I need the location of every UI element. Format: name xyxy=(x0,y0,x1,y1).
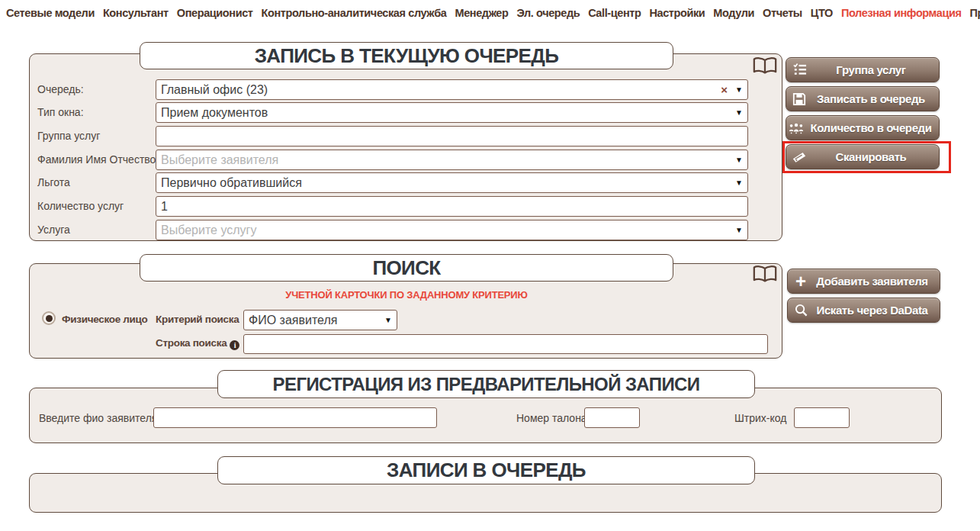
menu-item-link-check[interactable]: Проверка ссылок xyxy=(970,7,980,19)
plus-icon: + xyxy=(788,271,814,292)
record-panel-title: ЗАПИСЬ В ТЕКУЩУЮ ОЧЕРЕДЬ xyxy=(140,42,673,69)
search-string-label: Строка поискаi xyxy=(156,337,239,350)
dadata-search-button[interactable]: Искать через DaData xyxy=(787,298,940,323)
search-criteria-value: ФИО заявителя xyxy=(249,314,380,327)
queue-count-button-label: Количество в очереди xyxy=(806,121,939,134)
scan-button[interactable]: Сканировать xyxy=(786,144,940,169)
prereg-fio-label: Введите фио заявителя xyxy=(39,412,157,424)
privilege-label: Льгота xyxy=(37,176,70,188)
menu-item-call-center[interactable]: Call-центр xyxy=(588,7,641,19)
window-type-select[interactable]: Прием документов ▼ xyxy=(156,102,748,123)
service-count-label: Количество услуг xyxy=(37,200,124,212)
window-type-label: Тип окна: xyxy=(37,106,84,118)
search-help-book-icon[interactable] xyxy=(752,265,778,284)
prereg-fio-input[interactable] xyxy=(153,407,437,428)
service-label: Услуга xyxy=(37,224,70,236)
save-icon xyxy=(786,92,812,106)
barcode-label: Штрих-код xyxy=(734,412,786,424)
service-group-button-label: Группа услуг xyxy=(812,63,939,76)
full-name-placeholder: Выберите заявителя xyxy=(161,153,731,167)
queue-label: Очередь: xyxy=(37,83,84,95)
person-radio-label: Физическое лицо xyxy=(62,314,148,325)
info-icon[interactable]: i xyxy=(230,340,239,350)
people-icon xyxy=(786,122,806,134)
queue-select[interactable]: Главный офис (23) × ▼ xyxy=(156,79,748,100)
service-select[interactable]: Выберите услугу ▼ xyxy=(156,220,748,240)
menu-item-consultant[interactable]: Консультант xyxy=(103,7,169,19)
full-name-label: Фамилия Имя Отчество xyxy=(37,153,156,166)
person-radio[interactable] xyxy=(42,311,56,325)
menu-item-manager[interactable]: Менеджер xyxy=(455,7,508,19)
search-panel-title: ПОИСК xyxy=(140,254,673,282)
queue-count-button[interactable]: Количество в очереди xyxy=(786,115,940,140)
records-panel-title: ЗАПИСИ В ОЧЕРЕДЬ xyxy=(217,456,755,484)
service-count-input[interactable] xyxy=(156,196,748,217)
menu-item-reports[interactable]: Отчеты xyxy=(763,7,802,19)
help-book-icon[interactable] xyxy=(752,56,778,76)
queue-dropdown-icon[interactable]: ▼ xyxy=(735,85,743,94)
search-string-label-text: Строка поиска xyxy=(156,337,227,349)
service-placeholder: Выберите услугу xyxy=(161,224,731,237)
service-group-input[interactable] xyxy=(156,126,748,146)
scan-button-label: Сканировать xyxy=(812,150,939,163)
menu-item-operator[interactable]: Операционист xyxy=(177,7,253,19)
service-group-button[interactable]: Группа услуг xyxy=(786,57,940,82)
window-type-value: Прием документов xyxy=(161,106,731,120)
ticket-number-input[interactable] xyxy=(584,407,640,428)
queue-clear-icon[interactable]: × xyxy=(721,83,728,96)
full-name-dropdown-icon[interactable]: ▼ xyxy=(735,156,743,164)
enqueue-button-label: Записать в очередь xyxy=(812,92,939,105)
person-radio-dot xyxy=(46,315,53,322)
menu-item-modules[interactable]: Модули xyxy=(713,7,754,19)
task-list-icon xyxy=(786,63,812,77)
search-criteria-label: Критерий поиска xyxy=(156,314,239,325)
dadata-search-button-label: Искать через DaData xyxy=(814,304,940,317)
menu-item-control-analytics[interactable]: Контрольно-аналитическая служба xyxy=(262,7,447,19)
scanner-icon xyxy=(786,150,812,163)
top-menu: Сетевые модели Консультант Операционист … xyxy=(6,7,978,19)
privilege-value: Первично обратившийся xyxy=(161,176,731,190)
window-type-dropdown-icon[interactable]: ▼ xyxy=(735,108,743,117)
app-root: Сетевые модели Консультант Операционист … xyxy=(0,0,980,531)
search-string-input[interactable] xyxy=(243,334,768,354)
menu-item-network-models[interactable]: Сетевые модели xyxy=(6,7,95,19)
queue-value: Главный офис (23) xyxy=(161,83,721,97)
barcode-input[interactable] xyxy=(794,407,850,428)
add-applicant-button-label: Добавить заявителя xyxy=(814,275,940,288)
menu-item-equeue[interactable]: Эл. очередь xyxy=(516,7,580,19)
ticket-number-label: Номер талона xyxy=(516,412,587,424)
menu-item-useful-info[interactable]: Полезная информация xyxy=(841,7,962,19)
service-group-label: Группа услуг xyxy=(37,130,100,142)
prereg-panel-title: РЕГИСТРАЦИЯ ИЗ ПРЕДВАРИТЕЛЬНОЙ ЗАПИСИ xyxy=(217,370,755,398)
search-criteria-dropdown-icon[interactable]: ▼ xyxy=(384,316,392,324)
enqueue-button[interactable]: Записать в очередь xyxy=(786,86,940,111)
privilege-select[interactable]: Первично обратившийся ▼ xyxy=(156,172,748,193)
menu-item-settings[interactable]: Настройки xyxy=(649,7,705,19)
privilege-dropdown-icon[interactable]: ▼ xyxy=(735,179,743,187)
service-dropdown-icon[interactable]: ▼ xyxy=(735,226,743,234)
search-criteria-select[interactable]: ФИО заявителя ▼ xyxy=(243,310,397,330)
menu-item-cto[interactable]: ЦТО xyxy=(811,7,833,19)
search-subtitle: УЧЕТНОЙ КАРТОЧКИ ПО ЗАДАННОМУ КРИТЕРИЮ xyxy=(30,289,783,301)
full-name-select[interactable]: Выберите заявителя ▼ xyxy=(156,150,748,170)
search-icon xyxy=(788,304,814,317)
add-applicant-button[interactable]: + Добавить заявителя xyxy=(787,269,940,294)
record-panel: Очередь: Главный офис (23) × ▼ Тип окна:… xyxy=(29,53,782,241)
